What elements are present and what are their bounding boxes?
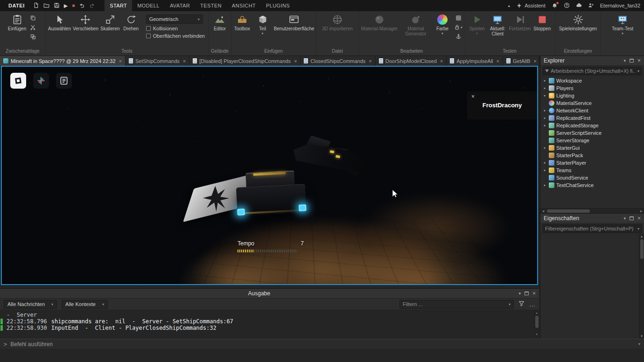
log-panel-button[interactable] bbox=[56, 73, 72, 89]
close-tab-icon[interactable]: × bbox=[497, 58, 499, 64]
chevron-down-icon[interactable]: ▾ bbox=[637, 227, 639, 231]
explorer-h-scrollbar[interactable]: ◂ ▸ bbox=[540, 208, 644, 213]
expand-arrow-icon[interactable]: ▸ bbox=[543, 161, 547, 165]
scrollbar-thumb[interactable] bbox=[535, 316, 539, 328]
expand-arrow-icon[interactable]: ▸ bbox=[543, 116, 547, 120]
import-3d-button[interactable]: 3D importieren bbox=[321, 12, 354, 31]
material-generator-button[interactable]: Material Generator bbox=[399, 12, 432, 36]
expand-arrow-icon[interactable]: ▸ bbox=[543, 86, 547, 90]
explorer-filter-input[interactable] bbox=[551, 68, 636, 74]
tab-testen[interactable]: TESTEN bbox=[195, 0, 227, 11]
team-test-button[interactable]: Team-Test ▾ bbox=[611, 12, 634, 35]
scrollbar-thumb[interactable] bbox=[547, 209, 590, 213]
scale-button[interactable]: Skalieren bbox=[99, 12, 121, 31]
rotate-button[interactable]: Drehen bbox=[121, 12, 141, 31]
material-grid-button[interactable] bbox=[454, 14, 463, 22]
game-settings-button[interactable]: Spieleinstellungen bbox=[558, 12, 599, 31]
tab-ansicht[interactable]: ANSICHT bbox=[227, 0, 261, 11]
roblox-menu-button[interactable] bbox=[10, 73, 26, 89]
explorer-item-teams[interactable]: ▸Teams bbox=[540, 167, 644, 174]
close-tab-icon[interactable]: × bbox=[294, 58, 297, 64]
expand-arrow-icon[interactable]: ▸ bbox=[543, 124, 547, 127]
expand-arrow-icon[interactable]: ▸ bbox=[543, 146, 547, 150]
collapse-panel-icon[interactable]: ▾ bbox=[623, 59, 626, 63]
close-tab-icon[interactable]: × bbox=[183, 58, 186, 64]
close-tab-icon[interactable]: × bbox=[440, 58, 443, 64]
doc-tab-game[interactable]: Minecraft in Space???? @ 29 Mrz 2024 22:… bbox=[0, 56, 126, 66]
expand-arrow-icon[interactable]: ▸ bbox=[543, 109, 547, 112]
command-input[interactable] bbox=[10, 341, 635, 348]
contexts-filter-dropdown[interactable]: Alle Kontexte ▾ bbox=[62, 300, 108, 309]
user-name[interactable]: Eternalove_fan32 bbox=[600, 3, 640, 8]
float-panel-icon[interactable] bbox=[630, 59, 634, 63]
material-manager-button[interactable]: Material-Manager bbox=[359, 12, 399, 31]
chevron-down-icon[interactable]: ▾ bbox=[637, 69, 639, 73]
anchor-button[interactable] bbox=[454, 33, 463, 41]
scroll-up-icon[interactable]: ▴ bbox=[641, 234, 643, 239]
close-overlay-icon[interactable]: × bbox=[471, 94, 533, 99]
scrollbar-thumb[interactable] bbox=[640, 239, 644, 259]
open-file-icon[interactable] bbox=[43, 2, 49, 9]
chevron-down-icon[interactable]: ▾ bbox=[509, 302, 511, 306]
float-panel-icon[interactable] bbox=[630, 216, 634, 220]
share-button[interactable] bbox=[588, 2, 594, 9]
close-panel-icon[interactable]: × bbox=[637, 58, 641, 63]
messages-filter-dropdown[interactable]: Alle Nachrichten ▾ bbox=[4, 300, 57, 309]
duplicate-button[interactable] bbox=[28, 33, 38, 41]
file-menu-button[interactable]: DATEI bbox=[4, 3, 29, 8]
move-tool-button[interactable] bbox=[33, 73, 49, 89]
explorer-item-starterplayer[interactable]: ▸StarterPlayer bbox=[540, 159, 644, 167]
close-panel-icon[interactable]: × bbox=[532, 291, 536, 296]
current-client-button[interactable]: Aktuell:Client bbox=[487, 12, 508, 36]
play-game-button[interactable]: Spielen ▾ bbox=[467, 12, 487, 35]
notifications-button[interactable] bbox=[552, 3, 558, 9]
explorer-item-networkclient[interactable]: ▸NetworkClient bbox=[540, 107, 644, 114]
expand-arrow-icon[interactable]: ▸ bbox=[543, 94, 547, 97]
explorer-item-starterpack[interactable]: StarterPack bbox=[540, 152, 644, 159]
more-options-icon[interactable]: … bbox=[529, 301, 535, 307]
expand-arrow-icon[interactable]: ▸ bbox=[543, 183, 547, 187]
collapse-panel-icon[interactable]: ▾ bbox=[518, 292, 521, 296]
collapse-ribbon-icon[interactable]: ▴ bbox=[508, 3, 511, 8]
command-bar-expand-icon[interactable]: ▾ bbox=[638, 342, 640, 346]
clear-output-button[interactable] bbox=[518, 300, 525, 308]
tab-avatar[interactable]: AVATAR bbox=[165, 0, 195, 11]
tab-modell[interactable]: MODELL bbox=[132, 0, 165, 11]
doc-tab-doorshipmodelclosed[interactable]: DoorShipModelClosed × bbox=[376, 56, 447, 66]
ui-button[interactable]: Benutzeroberfläche bbox=[273, 12, 315, 31]
join-surfaces-checkbox[interactable]: Oberflächen verbinden bbox=[146, 33, 205, 39]
copy-button[interactable] bbox=[28, 14, 38, 22]
player-name[interactable]: FrostDracony bbox=[471, 102, 533, 109]
new-file-icon[interactable] bbox=[33, 2, 39, 9]
explorer-item-players[interactable]: ▸Players bbox=[540, 84, 644, 92]
cloud-icon[interactable] bbox=[576, 2, 582, 9]
tab-plugins[interactable]: PLUGINS bbox=[261, 0, 295, 11]
close-tab-icon[interactable]: × bbox=[369, 58, 371, 64]
lock-button[interactable]: ▾ bbox=[454, 23, 463, 31]
explorer-item-serverstorage[interactable]: ServerStorage bbox=[540, 137, 644, 144]
explorer-item-materialservice[interactable]: MaterialService bbox=[540, 99, 644, 107]
expand-arrow-icon[interactable]: ▸ bbox=[543, 168, 547, 172]
log-line[interactable]: 22:32:58.796 shipcommands are: nil - Ser… bbox=[0, 318, 539, 325]
explorer-item-serverscriptservice[interactable]: ServerScriptService bbox=[540, 129, 644, 137]
collisions-checkbox[interactable]: Kollisionen bbox=[146, 26, 205, 31]
transform-mode-dropdown[interactable]: Geometrisch ▾ bbox=[146, 14, 203, 24]
expand-arrow-icon[interactable]: ▸ bbox=[543, 79, 547, 83]
stop-game-button[interactable]: Stoppen bbox=[532, 12, 553, 31]
output-filter-input[interactable] bbox=[403, 301, 507, 307]
log-line[interactable]: 22:32:58.930 InputEnd - Client - PlayerC… bbox=[0, 325, 539, 331]
part-button[interactable]: Teil ▾ bbox=[252, 12, 273, 35]
explorer-item-workspace[interactable]: ▸Workspace bbox=[540, 77, 644, 84]
cut-button[interactable] bbox=[28, 23, 38, 31]
viewport[interactable]: × FrostDracony Tempo 7 bbox=[1, 66, 538, 285]
explorer-item-replicatedfirst[interactable]: ▸ReplicatedFirst bbox=[540, 114, 644, 122]
close-tab-icon[interactable]: × bbox=[119, 58, 122, 64]
terrain-editor-button[interactable]: Editor bbox=[210, 12, 230, 31]
close-panel-icon[interactable]: × bbox=[637, 216, 641, 221]
viewport-canvas[interactable]: × FrostDracony Tempo 7 bbox=[2, 67, 537, 284]
redo-icon[interactable] bbox=[89, 2, 95, 9]
assistant-button[interactable]: Assistent bbox=[516, 3, 546, 9]
undo-icon[interactable] bbox=[79, 2, 85, 9]
move-button[interactable]: Verschieben bbox=[72, 12, 99, 31]
tab-start[interactable]: START bbox=[105, 0, 132, 11]
